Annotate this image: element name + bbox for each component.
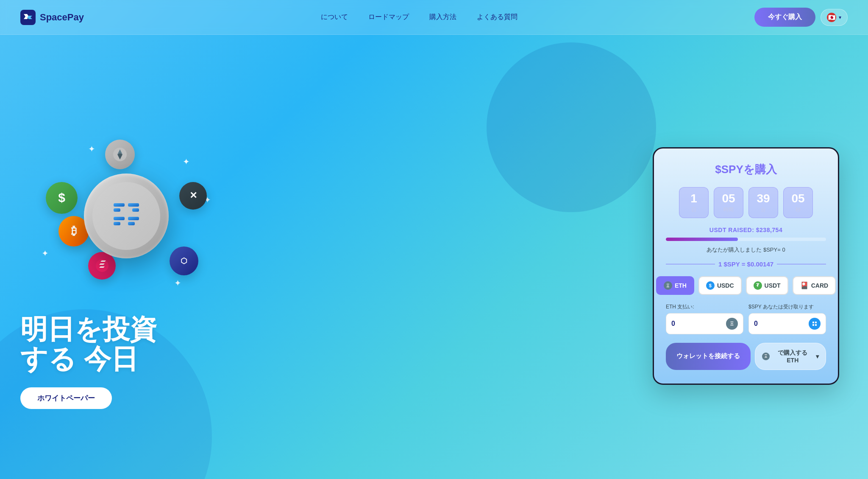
- timer-days: 1 日: [679, 187, 709, 218]
- main-nav: について ロードマップ 購入方法 よくある質問: [321, 13, 517, 22]
- language-selector[interactable]: 🇯🇵 ▾: [821, 9, 848, 26]
- eth-input-group: ETH 支払い: Ξ: [666, 303, 743, 334]
- svg-rect-6: [114, 208, 120, 212]
- x-coin: ✕: [179, 182, 207, 210]
- card-currency-label: CARD: [811, 282, 828, 289]
- progress-bar-container: [666, 238, 826, 241]
- svg-rect-16: [815, 324, 817, 326]
- timer-hours-value: 05: [721, 192, 736, 205]
- svg-rect-11: [128, 217, 139, 220]
- currency-buttons: Ξ ETH $ USDC ₮ USDT 🎴 CARD: [666, 276, 826, 295]
- sparkle-1: ✦: [88, 144, 95, 154]
- timer-days-value: 1: [686, 192, 701, 205]
- usdc-currency-icon: $: [706, 281, 715, 290]
- sparkle-2: ✦: [183, 157, 190, 167]
- header-right: 今すぐ購入 🇯🇵 ▾: [754, 8, 848, 27]
- svg-rect-5: [114, 203, 125, 207]
- usdt-currency-button[interactable]: ₮ USDT: [746, 276, 788, 295]
- timer-minutes-value: 39: [756, 192, 771, 205]
- spy-input-wrap: [748, 313, 826, 334]
- buy-now-button[interactable]: 今すぐ購入: [754, 8, 815, 27]
- input-row: ETH 支払い: Ξ $SPY あなたは受け取ります: [666, 303, 826, 334]
- connect-wallet-button[interactable]: ウォレットを接続する: [666, 343, 751, 370]
- hero-line2: する 今日: [20, 344, 157, 374]
- svg-rect-10: [114, 222, 120, 225]
- whitepaper-button[interactable]: ホワイトペーパー: [20, 387, 112, 409]
- timer-hours-label: 時間: [721, 206, 736, 213]
- main-content: ✦ ✦ ✦ ✦ ✦ $ ₿ ✕ ⬡: [0, 35, 868, 479]
- buy-eth-chevron: ▾: [816, 353, 819, 360]
- sol-coin: [88, 252, 116, 280]
- timer-seconds-value: 05: [790, 192, 806, 205]
- progress-bar-fill: [666, 238, 738, 241]
- svg-rect-7: [128, 203, 139, 207]
- sparkle-3: ✦: [42, 248, 49, 258]
- timer-seconds: 05 秒: [783, 187, 813, 218]
- buy-eth-label: で購入する ETH: [772, 349, 813, 364]
- svg-rect-14: [815, 322, 817, 323]
- raised-label: USDT RAISED: $238,754: [666, 227, 826, 233]
- svg-rect-9: [114, 217, 125, 220]
- usdc-currency-label: USDC: [717, 282, 734, 289]
- spy-input[interactable]: [754, 320, 805, 328]
- nav-roadmap[interactable]: ロードマップ: [368, 13, 409, 22]
- sparkle-5: ✦: [174, 278, 181, 288]
- eth-input-label: ETH 支払い:: [666, 303, 743, 311]
- usd-coin: $: [46, 182, 78, 214]
- coin-illustration: ✦ ✦ ✦ ✦ ✦ $ ₿ ✕ ⬡: [20, 131, 232, 301]
- purchased-label: あなたが購入しました $SPY= 0: [666, 246, 826, 254]
- price-line-left: [666, 264, 715, 264]
- usdt-currency-icon: ₮: [754, 281, 762, 290]
- nav-faq[interactable]: よくある質問: [477, 13, 517, 22]
- price-row: 1 $SPY = $0.00147: [666, 261, 826, 268]
- usdc-currency-button[interactable]: $ USDC: [698, 276, 742, 295]
- eth-input[interactable]: [671, 320, 723, 328]
- nav-how-to-buy[interactable]: 購入方法: [429, 13, 456, 22]
- spy-input-label: $SPY あなたは受け取ります: [748, 303, 826, 311]
- eth-input-wrap: Ξ: [666, 313, 743, 334]
- countdown-timer: 1 日 05 時間 39 分 05 秒: [666, 187, 826, 218]
- eth-coin: [105, 140, 135, 169]
- right-section: $SPYを購入 1 日 05 時間 39 分 05 秒: [653, 147, 839, 385]
- spy-input-icon: [809, 318, 821, 330]
- eth-currency-button[interactable]: Ξ ETH: [656, 276, 694, 295]
- eth-currency-label: ETH: [675, 282, 687, 289]
- header: SpacePay について ロードマップ 購入方法 よくある質問 今すぐ購入 🇯…: [0, 0, 868, 35]
- nav-about[interactable]: について: [321, 13, 348, 22]
- main-spy-coin: [84, 174, 169, 258]
- chevron-down-icon: ▾: [839, 14, 841, 20]
- timer-days-label: 日: [686, 206, 701, 213]
- logo-icon: [20, 10, 36, 25]
- bottom-buttons: ウォレットを接続する Ξ で購入する ETH ▾: [666, 343, 826, 370]
- svg-rect-15: [812, 324, 814, 326]
- price-line-right: [777, 264, 826, 264]
- eth-currency-icon: Ξ: [664, 281, 672, 290]
- purchase-card: $SPYを購入 1 日 05 時間 39 分 05 秒: [653, 147, 839, 385]
- card-title: $SPYを購入: [666, 162, 826, 177]
- left-section: ✦ ✦ ✦ ✦ ✦ $ ₿ ✕ ⬡: [20, 123, 653, 409]
- price-text: 1 $SPY = $0.00147: [718, 261, 773, 268]
- ada-coin: ⬡: [170, 247, 198, 275]
- usdt-currency-label: USDT: [765, 282, 781, 289]
- flag-icon: 🇯🇵: [827, 13, 836, 22]
- timer-seconds-label: 秒: [790, 206, 806, 213]
- timer-minutes-label: 分: [756, 206, 771, 213]
- svg-rect-13: [812, 322, 814, 323]
- hero-line1: 明日を投資: [20, 314, 157, 344]
- buy-eth-button[interactable]: Ξ で購入する ETH ▾: [755, 343, 826, 370]
- spy-input-group: $SPY あなたは受け取ります: [748, 303, 826, 334]
- timer-hours: 05 時間: [714, 187, 743, 218]
- timer-minutes: 39 分: [748, 187, 778, 218]
- svg-rect-12: [128, 222, 135, 225]
- hero-text: 明日を投資 する 今日: [20, 314, 157, 374]
- card-currency-icon: 🎴: [800, 281, 809, 289]
- svg-rect-8: [132, 208, 139, 212]
- logo-text: SpacePay: [40, 12, 84, 23]
- buy-eth-icon: Ξ: [762, 353, 769, 360]
- logo-area: SpacePay: [20, 10, 84, 25]
- card-currency-button[interactable]: 🎴 CARD: [793, 276, 836, 295]
- eth-input-icon: Ξ: [726, 318, 738, 330]
